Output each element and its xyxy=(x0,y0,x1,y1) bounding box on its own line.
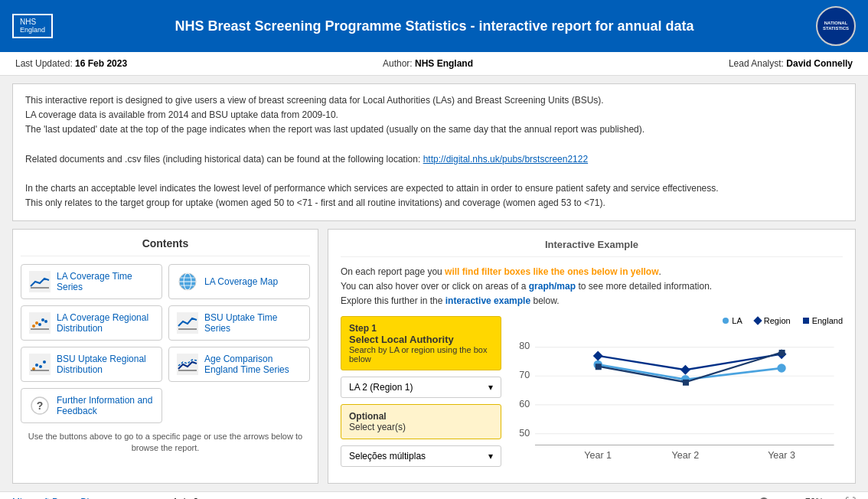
btn-bsu-uptake-time-label: BSU Uptake Time Series xyxy=(204,312,302,334)
svg-point-11 xyxy=(41,318,44,321)
svg-rect-16 xyxy=(29,354,51,375)
step1-title: Select Local Authority xyxy=(349,334,493,345)
svg-text:60: 60 xyxy=(519,399,530,409)
btn-bsu-uptake-time[interactable]: BSU Uptake Time Series xyxy=(168,305,310,341)
btn-la-coverage-map[interactable]: LA Coverage Map xyxy=(168,264,310,299)
svg-point-20 xyxy=(43,360,46,364)
btn-la-coverage-regional-label: LA Coverage Regional Distribution xyxy=(57,312,154,334)
svg-point-40 xyxy=(777,364,785,372)
contents-footer: Use the buttons above to go to a specifi… xyxy=(21,431,310,455)
page-nav: ‹ 1 de 8 › xyxy=(162,495,208,499)
legend-england-label: England xyxy=(812,316,843,325)
info-line5: In the charts an acceptable level indica… xyxy=(25,181,843,196)
optional-label: Optional xyxy=(349,411,493,422)
svg-point-19 xyxy=(39,365,42,368)
main-content: This interactive report is designed to g… xyxy=(0,76,868,491)
svg-point-12 xyxy=(44,320,47,323)
prev-page-btn[interactable]: ‹ xyxy=(162,495,166,499)
btn-further-info-label: Further Information and Feedback xyxy=(57,395,154,416)
last-updated: Last Updated: 16 Feb 2023 xyxy=(15,58,127,69)
page-title: NHS Breast Screening Programme Statistic… xyxy=(53,18,816,34)
svg-rect-44 xyxy=(596,364,602,370)
legend-england: England xyxy=(803,316,843,325)
zoom-in-btn[interactable]: + xyxy=(795,496,801,499)
year-select[interactable]: Seleções múltiplas ▾ xyxy=(341,445,501,467)
legend-region-diamond xyxy=(753,316,762,325)
fullscreen-icon-btn[interactable]: ⛶ xyxy=(845,496,856,499)
optional-title: Select year(s) xyxy=(349,422,493,432)
optional-box: Optional Select year(s) xyxy=(341,404,501,439)
btn-la-coverage-time[interactable]: LA Coverage Time Series xyxy=(21,264,162,299)
year-select-value: Seleções múltiplas xyxy=(349,451,426,461)
la-select[interactable]: LA 2 (Region 1) ▾ xyxy=(341,377,501,398)
interactive-controls: Step 1 Select Local Authority Search by … xyxy=(341,316,501,474)
two-col-layout: Contents LA Coverage Time Series xyxy=(12,229,856,484)
info-box: This interactive report is designed to g… xyxy=(12,83,856,221)
btn-age-comparison[interactable]: Age Comparison England Time Series xyxy=(168,347,310,382)
btn-age-comparison-label: Age Comparison England Time Series xyxy=(204,354,302,375)
la-select-chevron: ▾ xyxy=(488,382,493,393)
info-line2: LA coverage data is available from 2014 … xyxy=(25,108,843,122)
bottom-bar: Microsoft Power BI ‹ 1 de 8 › To take a … xyxy=(0,491,868,499)
question-icon: ? xyxy=(29,395,51,416)
step1-label: Step 1 xyxy=(349,323,493,334)
legend-region-label: Region xyxy=(764,316,791,325)
svg-text:50: 50 xyxy=(519,428,530,439)
la-select-value: LA 2 (Region 1) xyxy=(349,382,413,393)
header: NHS England NHS Breast Screening Program… xyxy=(0,0,868,52)
share-icon-btn[interactable]: ↗ xyxy=(830,496,839,499)
svg-text:Year 3: Year 3 xyxy=(768,450,795,461)
legend-region: Region xyxy=(755,316,791,325)
bsu-line-chart-icon xyxy=(177,312,198,334)
btn-bsu-uptake-regional-label: BSU Uptake Regional Distribution xyxy=(57,354,154,375)
zoom-out-btn[interactable]: - xyxy=(720,496,724,499)
svg-text:Year 2: Year 2 xyxy=(672,450,700,461)
btn-la-coverage-map-label: LA Coverage Map xyxy=(204,276,278,287)
btn-further-info[interactable]: ? Further Information and Feedback xyxy=(21,388,162,423)
bottom-right: To take a picture of a page for sharing/… xyxy=(282,496,856,499)
globe-icon xyxy=(177,271,198,292)
svg-point-17 xyxy=(32,367,35,370)
btn-bsu-uptake-regional[interactable]: BSU Uptake Regional Distribution xyxy=(21,347,162,382)
svg-text:Year 1: Year 1 xyxy=(584,450,612,461)
legend-la: LA xyxy=(723,316,742,325)
chart-svg: 80 70 60 50 Year 1 Year 2 xyxy=(511,331,843,471)
step1-box: Step 1 Select Local Authority Search by … xyxy=(341,316,501,370)
page-icons: ↗ ⛶ xyxy=(830,496,856,499)
meta-bar: Last Updated: 16 Feb 2023 Author: NHS En… xyxy=(0,52,868,76)
contents-panel: Contents LA Coverage Time Series xyxy=(12,229,318,484)
contents-title: Contents xyxy=(21,237,310,256)
author: Author: NHS England xyxy=(383,58,473,69)
btn-la-coverage-regional[interactable]: LA Coverage Regional Distribution xyxy=(21,305,162,341)
interactive-body: Step 1 Select Local Authority Search by … xyxy=(341,316,843,474)
svg-point-10 xyxy=(38,323,41,326)
svg-rect-45 xyxy=(683,380,689,386)
zoom-controls: - + 79% xyxy=(720,496,824,499)
svg-point-9 xyxy=(35,321,38,325)
legend-la-dot xyxy=(723,318,729,324)
svg-rect-46 xyxy=(779,350,785,356)
nhs-logo: NHS England xyxy=(12,14,53,38)
svg-text:?: ? xyxy=(37,400,44,412)
line-chart-icon xyxy=(29,271,51,292)
legend-england-square xyxy=(803,318,809,324)
interactive-desc: On each report page you will find filter… xyxy=(341,265,843,309)
interactive-title: Interactive Example xyxy=(341,239,843,257)
svg-text:70: 70 xyxy=(519,370,530,380)
next-page-btn[interactable]: › xyxy=(204,495,208,499)
info-line3: The 'last updated' date at the top of th… xyxy=(25,122,843,137)
svg-point-8 xyxy=(32,325,35,328)
legend-la-label: LA xyxy=(732,316,742,325)
svg-rect-41 xyxy=(593,351,603,361)
bsu-scatter-icon xyxy=(29,354,51,375)
scatter-chart-icon xyxy=(29,312,51,334)
chart-legend: LA Region England xyxy=(511,316,843,325)
info-line1: This interactive report is designed to g… xyxy=(25,93,843,108)
info-line6: This only relates to the target group fo… xyxy=(25,196,843,210)
nhs-link[interactable]: http://digital.nhs.uk/pubs/brstscreen212… xyxy=(423,154,588,165)
contents-grid: LA Coverage Time Series LA Coverage Map xyxy=(21,264,310,423)
svg-rect-42 xyxy=(680,365,690,375)
lead-analyst: Lead Analyst: David Connelly xyxy=(729,58,853,69)
svg-rect-0 xyxy=(29,271,51,292)
btn-la-coverage-time-label: LA Coverage Time Series xyxy=(57,271,154,292)
